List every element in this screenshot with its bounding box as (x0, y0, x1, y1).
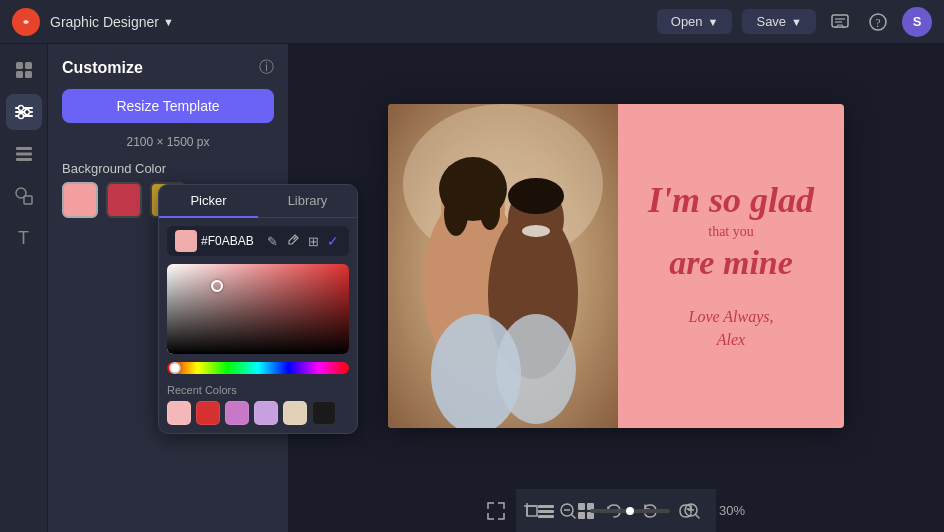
save-chevron: ▼ (791, 16, 802, 28)
recent-color-3[interactable] (254, 401, 278, 425)
card-headline-line1: I'm so glad (648, 181, 814, 221)
rail-text-icon[interactable]: T (6, 220, 42, 256)
picker-tabs: Picker Library (159, 185, 357, 218)
tab-picker[interactable]: Picker (159, 185, 258, 218)
zoom-level: 30% (714, 503, 750, 518)
confirm-color-button[interactable]: ✓ (325, 231, 341, 252)
grid-view-icon[interactable]: ⊞ (306, 231, 321, 252)
dimensions-text: 2100 × 1500 px (62, 135, 274, 149)
help-icon-button[interactable]: ? (864, 8, 892, 36)
svg-point-13 (18, 106, 23, 111)
rail-shapes-icon[interactable] (6, 178, 42, 214)
canvas-workspace: I'm so glad that you are mine Love Alway… (288, 44, 944, 488)
recent-color-0[interactable] (167, 401, 191, 425)
gradient-canvas[interactable] (167, 264, 349, 354)
svg-rect-7 (25, 62, 32, 69)
app-name-chevron: ▼ (163, 16, 174, 28)
svg-line-21 (294, 237, 297, 240)
expand-button[interactable] (482, 497, 510, 525)
sidebar-title: Customize (62, 59, 143, 77)
svg-rect-9 (25, 71, 32, 78)
zoom-in-button[interactable] (678, 497, 706, 525)
hue-slider-thumb (169, 362, 181, 374)
hex-color-swatch (175, 230, 197, 252)
hex-icons: ✎ ⊞ ✓ (265, 231, 341, 252)
info-icon[interactable]: ⓘ (259, 58, 274, 77)
photo-placeholder (388, 104, 618, 428)
topbar-right: ? S (826, 7, 932, 37)
color-swatch-red[interactable] (106, 182, 142, 218)
icon-rail: T (0, 44, 48, 532)
open-button[interactable]: Open ▼ (657, 9, 733, 34)
card-signature: Love Always,Alex (688, 306, 773, 351)
hex-input-row: ✎ ⊞ ✓ (167, 226, 349, 256)
svg-rect-16 (16, 147, 32, 150)
svg-rect-20 (24, 196, 32, 204)
svg-rect-8 (16, 71, 23, 78)
recent-color-4[interactable] (283, 401, 307, 425)
zoom-slider[interactable] (590, 509, 670, 513)
color-swatch-pink[interactable] (62, 182, 98, 218)
gradient-black-overlay (167, 264, 349, 354)
user-avatar[interactable]: S (902, 7, 932, 37)
app-name[interactable]: Graphic Designer ▼ (50, 14, 174, 30)
recent-color-1[interactable] (196, 401, 220, 425)
comments-icon-button[interactable] (826, 8, 854, 36)
bottom-center: 30% (482, 497, 750, 525)
zoom-out-button[interactable] (554, 497, 582, 525)
svg-line-51 (696, 514, 700, 518)
zoom-slider-thumb (626, 507, 634, 515)
svg-text:?: ? (875, 16, 880, 30)
eyedropper-icon[interactable] (284, 231, 302, 252)
svg-line-47 (572, 514, 576, 518)
svg-point-31 (508, 178, 564, 214)
bottom-bar-wrapper: 30% (532, 489, 700, 532)
svg-point-14 (24, 110, 29, 115)
recent-colors-row (167, 401, 349, 425)
card-right: I'm so glad that you are mine Love Alway… (618, 104, 844, 428)
card-headline-line2: are mine (669, 244, 793, 282)
rail-layers-icon[interactable] (6, 136, 42, 172)
sidebar: Customize ⓘ Resize Template 2100 × 1500 … (48, 44, 288, 532)
topbar: Graphic Designer ▼ Open ▼ Save ▼ ? S (0, 0, 944, 44)
svg-point-32 (522, 225, 550, 237)
canvas-area: I'm so glad that you are mine Love Alway… (288, 44, 944, 532)
rail-customize-icon[interactable] (6, 94, 42, 130)
recent-colors-label: Recent Colors (167, 384, 349, 396)
card-photo (388, 104, 618, 428)
design-card: I'm so glad that you are mine Love Alway… (388, 104, 844, 428)
app-logo[interactable] (12, 8, 40, 36)
hex-input[interactable] (201, 234, 261, 248)
background-color-label: Background Color (62, 161, 274, 176)
couple-svg (388, 104, 618, 428)
svg-rect-18 (16, 158, 32, 161)
tab-library[interactable]: Library (258, 185, 357, 217)
crop-button[interactable] (518, 497, 546, 525)
svg-rect-6 (16, 62, 23, 69)
svg-point-28 (480, 194, 500, 230)
svg-point-34 (496, 314, 576, 424)
resize-template-button[interactable]: Resize Template (62, 89, 274, 123)
hue-slider[interactable] (167, 362, 349, 374)
sidebar-header: Customize ⓘ (62, 58, 274, 77)
main-body: T Customize ⓘ Resize Template 2100 × 150… (0, 44, 944, 532)
svg-rect-44 (527, 506, 537, 516)
color-picker-popup: Picker Library ✎ (158, 184, 358, 434)
save-button[interactable]: Save ▼ (742, 9, 816, 34)
open-chevron: ▼ (708, 16, 719, 28)
recent-color-2[interactable] (225, 401, 249, 425)
edit-hex-icon[interactable]: ✎ (265, 231, 280, 252)
bottom-bar: 30% (516, 488, 716, 532)
rail-home-icon[interactable] (6, 52, 42, 88)
picker-body: ✎ ⊞ ✓ (159, 218, 357, 433)
recent-color-5[interactable] (312, 401, 336, 425)
svg-point-27 (444, 192, 468, 236)
card-subtitle: that you (708, 224, 754, 240)
svg-rect-17 (16, 153, 32, 156)
svg-point-15 (18, 114, 23, 119)
